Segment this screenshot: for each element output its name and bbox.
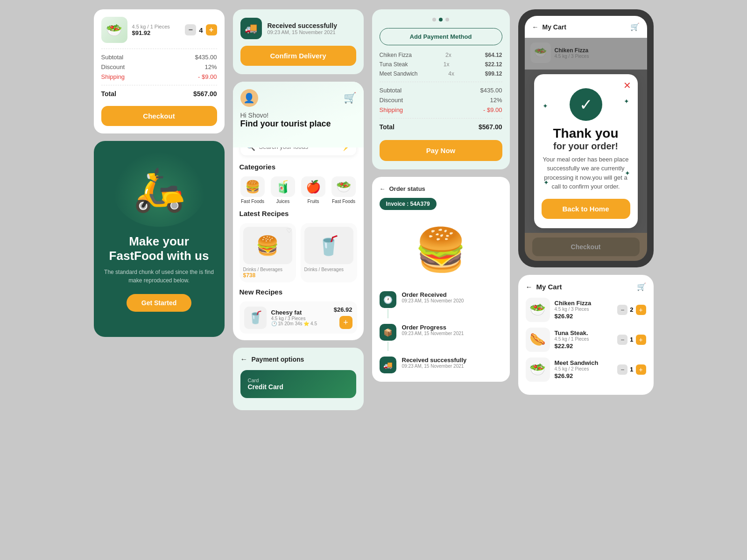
qty-minus-2[interactable]: − [617,335,627,345]
order-status-header: ← Order status [380,185,502,192]
status-title-delivered: Received successfully [402,357,467,364]
category-juices[interactable]: 🧃 Juices [270,176,296,204]
checkout-button[interactable]: Checkout [101,106,217,126]
status-time-delivered: 09:23 AM, 15 November 2021 [402,364,467,369]
recipe-1-price: $738 [243,272,292,279]
pay-shipping-value: - $9.00 [483,106,502,113]
total-row: Total $567.00 [101,90,217,98]
back-arrow-icon[interactable]: ← [240,355,248,364]
notification-text: Received successfully 09:23 AM, 15 Novem… [268,22,356,35]
pay-shipping-row: Shipping - $9.00 [380,106,502,113]
cart-icon-my-cart[interactable]: 🛒 [637,282,646,291]
cart-food-name-3: Meet Sandwich [555,359,613,366]
status-time-progress: 09:23 AM, 15 November 2021 [402,331,464,336]
item-2-name: Tuna Steak [380,61,408,68]
sparkle-tl: ✦ [543,102,548,110]
qty-minus-1[interactable]: − [617,305,627,315]
cart-icon-phone[interactable]: 🛒 [630,22,640,31]
quantity-control: − 4 + [185,24,217,35]
cat-label-fruits: Fruits [308,199,319,204]
recipe-1-category: Drinks / Beverages [243,267,292,272]
subtotal-label: Subtotal [101,54,124,61]
close-icon[interactable]: ✕ [623,80,631,91]
category-fruits[interactable]: 🍎 Fruits [300,176,327,204]
back-arrow-phone[interactable]: ← [532,23,539,31]
cart-item-image: 🥗 [101,17,127,43]
categories-title: Categories [240,163,357,171]
status-dot-truck: 🚚 [380,357,396,373]
qty-plus-1[interactable]: + [636,305,646,315]
carousel-dots [380,18,502,21]
status-text-delivered: Received successfully 09:23 AM, 15 Novem… [402,357,467,369]
dot-3 [445,18,449,21]
new-recipe-meta: 4.5 kg / 3 Pieces [271,316,329,321]
back-arrow-cart[interactable]: ← [526,283,533,291]
item-1-qty: 2x [445,52,451,58]
sparkle-bl: ✦ [543,179,549,186]
burger-illustration: 🍔 [380,215,502,285]
status-line [388,309,388,318]
order-line-2: Tuna Steak 1x $22.12 [380,61,502,68]
cat-label-juices: Juices [276,199,289,204]
qty-num-1: 2 [630,306,633,313]
credit-card-visual: Card Credit Card [240,370,356,398]
qty-plus-3[interactable]: + [636,364,646,375]
phone-cart-header: ← My Cart 🛒 [525,16,647,38]
status-dot-clock: 🕐 [380,291,396,308]
delivery-notification-card: 🚚 Received successfully 09:23 AM, 15 Nov… [233,9,364,74]
user-avatar: 👤 [240,89,258,107]
cart-food-img-2: 🌭 [526,328,550,352]
back-to-home-button[interactable]: Back to Home [542,199,630,219]
shipping-label: Shipping [101,73,125,80]
new-recipes-title: New Recipes [240,288,357,296]
confirm-delivery-button[interactable]: Confirm Delivery [240,46,356,66]
notification-row: 🚚 Received successfully 09:23 AM, 15 Nov… [240,18,356,39]
new-recipe-price: $26.92 [334,306,352,313]
cart-icon[interactable]: 🛒 [344,92,356,104]
column-3: Add Payment Method Chiken Fizza 2x $64.1… [372,9,510,382]
cart-bg-items: 🥗 Chiken Fizza 4.5 kg / 3 Pieces [525,38,647,70]
thank-you-subtitle: for your order! [542,141,630,151]
fruits-icon: 🍎 [301,176,325,197]
sparkle-br: ✦ [625,169,630,177]
cart-food-meta-1: 4.5 kg / 3 Pieces [555,307,613,312]
recipe-card-2[interactable]: 🥤 Drinks / Beverages [301,223,357,282]
qty-minus-button[interactable]: − [185,24,196,35]
status-time-received: 09:23 AM, 15 November 2020 [402,298,464,303]
pay-total-label: Total [380,123,395,131]
recipe-card-1[interactable]: ♡ 🍔 Drinks / Beverages $738 [240,223,296,282]
cart-food-meta-3: 4.5 kg / 2 Pieces [555,366,613,371]
get-started-button[interactable]: Get Started [127,294,191,312]
pay-now-button[interactable]: Pay Now [380,140,502,161]
discount-value: 12% [204,63,217,70]
back-arrow-icon[interactable]: ← [380,185,386,192]
app-header: 👤 🛒 Hi Shovo! Find your tourist place [233,82,364,147]
category-fast-foods[interactable]: 🍔 Fast Foods [240,176,266,204]
pay-discount-label: Discount [380,97,403,104]
cart-food-name-2: Tuna Steak. [555,329,613,336]
qty-plus-button[interactable]: + [206,24,217,35]
delivery-icon: 🚚 [240,18,262,39]
notification-time: 09:23 AM, 15 November 2021 [268,29,356,35]
delivery-banner-card: 🛵 Make your FastFood with us The standar… [94,141,225,337]
scooter-illustration: 🛵 [113,152,206,227]
qty-num-2: 1 [630,336,633,343]
cart-top-card: 🥗 4.5 kg / 1 Pieces $91.92 − 4 + Subtota… [94,9,225,133]
add-recipe-button[interactable]: + [339,316,352,329]
pay-total-value: $567.00 [479,123,502,131]
column-2: 🚚 Received successfully 09:23 AM, 15 Nov… [233,9,364,410]
category-fast-foods-2[interactable]: 🥗 Fast Foods [331,176,357,204]
qty-plus-2[interactable]: + [636,335,646,345]
juices-icon: 🧃 [271,176,295,197]
cart-food-info-3: Meet Sandwich 4.5 kg / 2 Pieces $26.92 [555,359,613,379]
add-payment-method-button[interactable]: Add Payment Method [380,28,502,45]
invoice-badge: Invoice : 54A379 [380,198,437,210]
greeting-text: Hi Shovo! Find your tourist place [240,112,356,129]
categories-grid: 🍔 Fast Foods 🧃 Juices 🍎 Fruits 🥗 Fast Fo… [240,176,357,204]
item-3-name: Meet Sandwich [380,70,418,77]
heart-icon[interactable]: ♡ [286,227,292,234]
status-title-progress: Order Progress [402,324,464,331]
qty-minus-3[interactable]: − [617,364,627,375]
latest-recipes-title: Latest Recipes [240,210,357,217]
my-cart-card: ← My Cart 🛒 🥗 Chiken Fizza 4.5 kg / 3 Pi… [518,275,654,395]
